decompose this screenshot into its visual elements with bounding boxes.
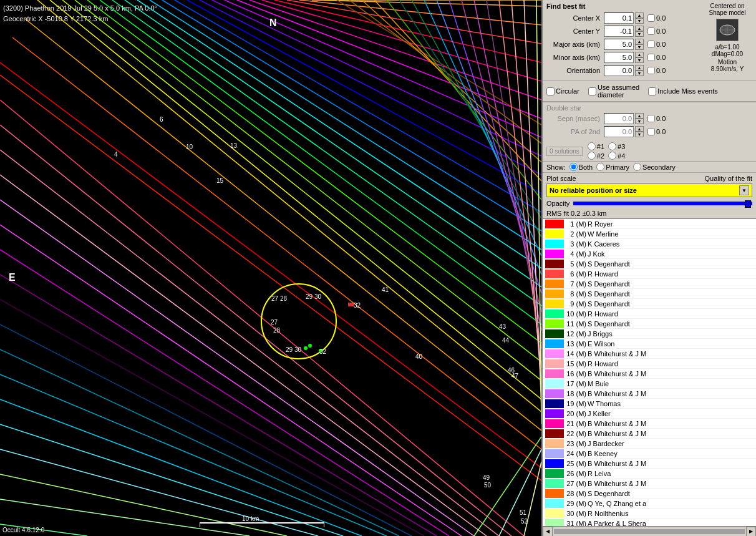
minor-axis-spinner[interactable]: ▲ ▼: [635, 52, 644, 63]
quality-dropdown-arrow[interactable]: ▼: [739, 185, 749, 195]
both-radio-label[interactable]: Both: [569, 163, 593, 171]
label-52: 52: [521, 518, 528, 525]
sepn-checkbox[interactable]: [647, 115, 655, 122]
horiz-scroll-right[interactable]: ▶: [746, 527, 756, 537]
pa-2nd-spinner[interactable]: ▲ ▼: [635, 126, 644, 137]
secondary-radio[interactable]: [633, 163, 641, 171]
major-axis-input[interactable]: [604, 39, 634, 50]
primary-radio-label[interactable]: Primary: [596, 163, 629, 171]
orientation-down[interactable]: ▼: [635, 71, 644, 76]
orientation-spinner[interactable]: ▲ ▼: [635, 65, 644, 76]
chord-item[interactable]: 30 (M)R Noilthenius: [543, 509, 756, 519]
orientation-input[interactable]: [604, 65, 634, 76]
chord-item[interactable]: 5 (M)S Degenhardt: [543, 259, 756, 269]
chord-item[interactable]: 20 (M)J Keller: [543, 409, 756, 419]
center-x-input[interactable]: [604, 12, 634, 24]
chord-item[interactable]: 18 (M)B Whitehurst & J M: [543, 389, 756, 399]
center-y-up[interactable]: ▲: [635, 26, 644, 31]
quality-dropdown[interactable]: No reliable position or size ▼: [546, 183, 752, 197]
center-y-spinner[interactable]: ▲ ▼: [635, 26, 644, 37]
horiz-scroll-left[interactable]: ◀: [543, 527, 553, 537]
chord-item[interactable]: 29 (M)Q Ye, Q Zhang et a: [543, 499, 756, 509]
sol3-radio-label[interactable]: #3: [608, 142, 625, 150]
chord-item[interactable]: 12 (M)J Briggs: [543, 329, 756, 339]
chord-item[interactable]: 19 (M)W Thomas: [543, 399, 756, 409]
chord-item[interactable]: 27 (M)B Whitehurst & J M: [543, 479, 756, 489]
scale-left-tick: [200, 522, 200, 527]
chord-item[interactable]: 22 (M)B Whitehurst & J M: [543, 429, 756, 439]
pa-2nd-checkbox[interactable]: [647, 128, 655, 135]
sepn-spinner[interactable]: ▲ ▼: [635, 113, 644, 124]
chord-item[interactable]: 28 (M)S Degenhardt: [543, 489, 756, 499]
sepn-down[interactable]: ▼: [635, 119, 644, 124]
chord-item[interactable]: 16 (M)B Whitehurst & J M: [543, 369, 756, 379]
horiz-scrollbar[interactable]: ◀ ▶: [543, 526, 756, 536]
center-y-input[interactable]: [604, 26, 634, 37]
major-axis-spinner[interactable]: ▲ ▼: [635, 39, 644, 50]
pa-2nd-input[interactable]: [604, 126, 634, 137]
major-axis-checkbox[interactable]: [647, 41, 655, 48]
chord-item[interactable]: 13 (M)E Wilson: [543, 339, 756, 349]
sol2-radio-label[interactable]: #2: [588, 152, 604, 160]
label-10: 10: [186, 144, 193, 150]
chord-item[interactable]: 2 (M)W Merline: [543, 229, 756, 239]
chord-item[interactable]: 31 (M)A Parker & L Shera: [543, 519, 756, 526]
center-y-down[interactable]: ▼: [635, 31, 644, 37]
chord-item[interactable]: 11 (M)S Degenhardt: [543, 319, 756, 329]
center-x-up[interactable]: ▲: [635, 12, 644, 18]
shape-model-icon[interactable]: [716, 19, 739, 41]
sepn-input[interactable]: [604, 113, 634, 124]
circular-checkbox[interactable]: [546, 87, 555, 95]
chord-name: R Howard: [588, 270, 756, 278]
chord-item[interactable]: 4 (M)J Kok: [543, 249, 756, 259]
chord-item[interactable]: 7 (M)S Degenhardt: [543, 279, 756, 289]
opacity-slider[interactable]: [573, 202, 752, 205]
include-miss-checkbox[interactable]: [648, 87, 656, 95]
secondary-radio-label[interactable]: Secondary: [633, 163, 676, 171]
chord-item[interactable]: 26 (M)R Leiva: [543, 469, 756, 479]
major-axis-down[interactable]: ▼: [635, 44, 644, 50]
sol4-radio-label[interactable]: #4: [608, 152, 625, 160]
minor-axis-checkbox[interactable]: [647, 54, 655, 61]
sol1-radio[interactable]: [588, 142, 596, 150]
chord-num: 19 (M): [566, 400, 586, 407]
primary-radio[interactable]: [596, 163, 604, 171]
chord-item[interactable]: 10 (M)R Howard: [543, 309, 756, 319]
orientation-checkbox[interactable]: [647, 67, 655, 74]
centered-on-label: Centered on: [710, 2, 744, 9]
chord-item[interactable]: 21 (M)B Whitehurst & J M: [543, 419, 756, 429]
sol4-radio[interactable]: [608, 152, 616, 160]
minor-axis-input[interactable]: [604, 52, 634, 63]
svg-line-40: [0, 399, 362, 536]
chord-item[interactable]: 1 (M)R Royer: [543, 219, 756, 229]
use-assumed-checkbox[interactable]: [588, 87, 596, 95]
pa-2nd-up[interactable]: ▲: [635, 126, 644, 132]
chord-item[interactable]: 6 (M)R Howard: [543, 269, 756, 279]
minor-axis-down[interactable]: ▼: [635, 57, 644, 63]
chord-item[interactable]: 15 (M)R Howard: [543, 359, 756, 369]
sol2-radio[interactable]: [588, 152, 596, 160]
chord-name: S Degenhardt: [588, 260, 756, 268]
sol3-radio[interactable]: [608, 142, 616, 150]
chord-item[interactable]: 3 (M)K Caceres: [543, 239, 756, 249]
chord-item[interactable]: 24 (M)B Keeney: [543, 449, 756, 459]
horiz-scroll-track[interactable]: [554, 529, 745, 534]
center-x-spinner[interactable]: ▲ ▼: [635, 12, 644, 24]
chord-list[interactable]: 1 (M)R Royer2 (M)W Merline3 (M)K Caceres…: [543, 219, 756, 526]
center-y-checkbox[interactable]: [647, 27, 655, 35]
pa-2nd-down[interactable]: ▼: [635, 132, 644, 137]
minor-axis-up[interactable]: ▲: [635, 52, 644, 57]
chord-item[interactable]: 14 (M)B Whitehurst & J M: [543, 349, 756, 359]
both-radio[interactable]: [569, 163, 578, 171]
major-axis-up[interactable]: ▲: [635, 39, 644, 44]
chord-item[interactable]: 25 (M)B Whitehurst & J M: [543, 459, 756, 469]
center-x-down[interactable]: ▼: [635, 18, 644, 24]
chord-item[interactable]: 8 (M)S Degenhardt: [543, 289, 756, 299]
chord-item[interactable]: 17 (M)M Buie: [543, 379, 756, 389]
sol1-radio-label[interactable]: #1: [588, 142, 604, 150]
chord-item[interactable]: 9 (M)S Degenhardt: [543, 299, 756, 309]
chord-item[interactable]: 23 (M)J Bardecker: [543, 439, 756, 449]
sepn-up[interactable]: ▲: [635, 113, 644, 119]
center-x-checkbox[interactable]: [647, 14, 655, 22]
orientation-up[interactable]: ▲: [635, 65, 644, 71]
